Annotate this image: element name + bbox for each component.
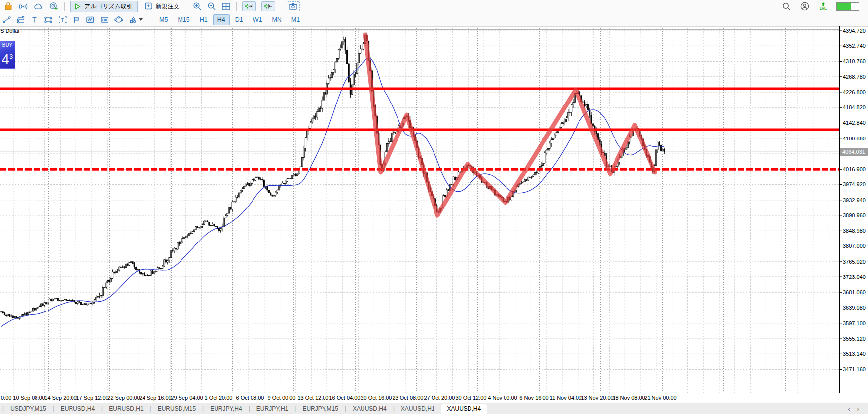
timeframe-h4[interactable]: H4	[213, 14, 230, 25]
level-up-icon[interactable]: LVL	[819, 2, 827, 10]
time-axis-label: 17 Sep 12:00	[76, 395, 108, 401]
tab-scroll-arrows: ‹ ›	[848, 405, 868, 413]
chart-tab-xauusd-h1[interactable]: XAUUSD,H1	[395, 404, 441, 413]
time-axis-label: 1 Oct 20:00	[205, 395, 233, 401]
chart-area: 4394.7204352.7404310.7604268.7804226.800…	[0, 26, 868, 393]
time-axis-label: 29 Sep 04:00	[171, 395, 203, 401]
time-axis-label: 27 Oct 20:00	[424, 395, 455, 401]
timeframe-m5[interactable]: M5	[155, 14, 172, 25]
time-axis-label: 11 Nov 04:00	[550, 395, 582, 401]
time-axis-label: 4 Nov 00:00	[488, 395, 517, 401]
svg-text:3848.980: 3848.980	[843, 228, 866, 234]
chart-shift-icon[interactable]	[261, 1, 275, 11]
svg-text:4352.740: 4352.740	[843, 43, 866, 49]
svg-text:4142.840: 4142.840	[843, 120, 866, 126]
cloud-icon[interactable]	[34, 2, 43, 10]
timeframe-h1[interactable]: H1	[195, 14, 212, 25]
candles	[1, 33, 665, 320]
timeframe-mn[interactable]: MN	[267, 14, 286, 25]
svg-text:4016.900: 4016.900	[843, 166, 866, 172]
time-axis-label: 23 Oct 08:00	[393, 395, 424, 401]
chart-tab-eurusd-h4[interactable]: EURUSD,H4	[55, 404, 101, 413]
time-axis-label: 20 Oct 16:00	[361, 395, 392, 401]
tile-windows-icon[interactable]	[221, 2, 231, 11]
market-bag-icon[interactable]	[4, 2, 13, 11]
objects-dialog-tool-icon[interactable]: OK	[100, 15, 109, 24]
label-tool-icon[interactable]	[72, 15, 81, 24]
equidistant-lines-tool-icon[interactable]	[16, 15, 26, 24]
period-separators	[48, 28, 785, 393]
svg-text:3471.160: 3471.160	[843, 366, 866, 372]
moving-average-line	[1, 58, 665, 327]
time-axis[interactable]: 0:0010 Sep 08:0014 Sep 20:0017 Sep 12:00…	[0, 393, 868, 403]
shapes-tool-icon[interactable]	[128, 15, 137, 24]
search-icon[interactable]	[782, 2, 791, 11]
svg-text:3639.080: 3639.080	[843, 305, 866, 310]
zoom-out-icon[interactable]	[207, 2, 216, 11]
time-axis-label: 6 Nov 16:00	[519, 395, 548, 401]
timeframe-m15[interactable]: M15	[173, 14, 194, 25]
chart-tab-xauusd-h4[interactable]: XAUUSD,H4	[347, 404, 393, 413]
price-axis[interactable]: 4394.7204352.7404310.7604268.7804226.800…	[839, 26, 866, 393]
mt5-window: { "toolbar_top": { "algo_trading_label":…	[0, 0, 868, 414]
svg-text:4268.780: 4268.780	[843, 74, 866, 80]
auto-scroll-icon[interactable]	[242, 1, 256, 11]
trendline-tool-icon[interactable]	[2, 15, 11, 24]
time-gridlines	[13, 28, 829, 393]
buy-price: 43	[0, 49, 15, 67]
timeframe-m1[interactable]: M1	[287, 14, 304, 25]
algo-trading-label: アルゴリズム取引	[84, 2, 133, 11]
chart-tab-bar: | USDJPY,M15|EURUSD,H4|EURUSD,H1|EURUSD,…	[0, 403, 868, 414]
time-axis-label: 14 Sep 20:00	[44, 395, 76, 401]
svg-text:3765.020: 3765.020	[843, 259, 866, 265]
radar-icon[interactable]	[49, 2, 59, 11]
chart-tab-eurjpy-h4[interactable]: EURJPY,H4	[204, 404, 248, 413]
zigzag-drawing[interactable]	[365, 34, 655, 215]
chart-tab-usdjpy-m15[interactable]: USDJPY,M15	[4, 404, 52, 413]
timeframe-d1[interactable]: D1	[231, 14, 248, 25]
svg-text:4394.720: 4394.720	[843, 28, 866, 34]
tab-scroll-right-icon[interactable]: ›	[857, 405, 859, 413]
timeframe-bar: M5M15H1H4D1W1MNM1	[155, 14, 304, 25]
zoom-in-icon[interactable]	[193, 2, 202, 11]
svg-text:3932.940: 3932.940	[843, 197, 866, 203]
chart-tab-eurjpy-m15[interactable]: EURJPY,M15	[296, 404, 344, 413]
svg-text:3974.920: 3974.920	[843, 181, 866, 187]
signals-icon[interactable]	[18, 2, 28, 11]
new-order-icon	[145, 2, 153, 10]
candlestick-chart[interactable]: 4394.7204352.7404310.7604268.7804226.800…	[0, 26, 868, 393]
chart-tab-xauusd-h4[interactable]: XAUUSD,H4	[441, 404, 488, 414]
svg-text:4184.820: 4184.820	[843, 104, 866, 110]
one-click-buy-button[interactable]: BUY 43	[0, 41, 15, 69]
camera-icon[interactable]	[287, 1, 300, 11]
rectangle-tool-icon[interactable]	[43, 15, 53, 24]
time-axis-label: 13 Oct 12:00	[298, 395, 329, 401]
indicator-window-tool-icon[interactable]	[85, 15, 95, 24]
svg-text:3723.040: 3723.040	[843, 274, 866, 280]
toolbar-separator	[281, 2, 281, 11]
tab-scroll-left-icon[interactable]: ‹	[848, 405, 850, 413]
chart-tab-eurusd-m15[interactable]: EURUSD,M15	[152, 404, 202, 413]
ellipse-tool-icon[interactable]	[114, 15, 124, 24]
time-axis-label: 16 Oct 04:00	[329, 395, 361, 401]
svg-text:3513.140: 3513.140	[843, 351, 866, 357]
new-order-button[interactable]: 新規注文	[143, 1, 181, 12]
svg-text:3681.060: 3681.060	[843, 289, 866, 295]
account-icon[interactable]	[800, 2, 809, 11]
algo-trading-button[interactable]: アルゴリズム取引	[70, 1, 138, 12]
main-toolbar: アルゴリズム取引 新規注文 LVL	[0, 0, 868, 13]
svg-text:4100.860: 4100.860	[843, 136, 866, 141]
time-axis-label: 18 Nov 08:00	[613, 395, 645, 401]
chart-tab-eurusd-h1[interactable]: EURUSD,H1	[103, 404, 149, 413]
toolbar-separator	[147, 16, 147, 24]
chart-tab-eurjpy-h1[interactable]: EURJPY,H1	[251, 404, 294, 413]
shapes-dropdown-caret[interactable]	[139, 18, 143, 21]
timeframe-w1[interactable]: W1	[249, 14, 267, 25]
svg-text:3597.100: 3597.100	[843, 320, 866, 326]
svg-text:OK: OK	[102, 18, 108, 22]
text-tool-icon[interactable]	[58, 15, 68, 24]
new-order-label: 新規注文	[156, 2, 180, 11]
time-axis-label: 9 Oct 00:00	[268, 395, 296, 401]
lvl-label: LVL	[819, 7, 827, 10]
vertical-line-tool-icon[interactable]	[30, 15, 39, 24]
